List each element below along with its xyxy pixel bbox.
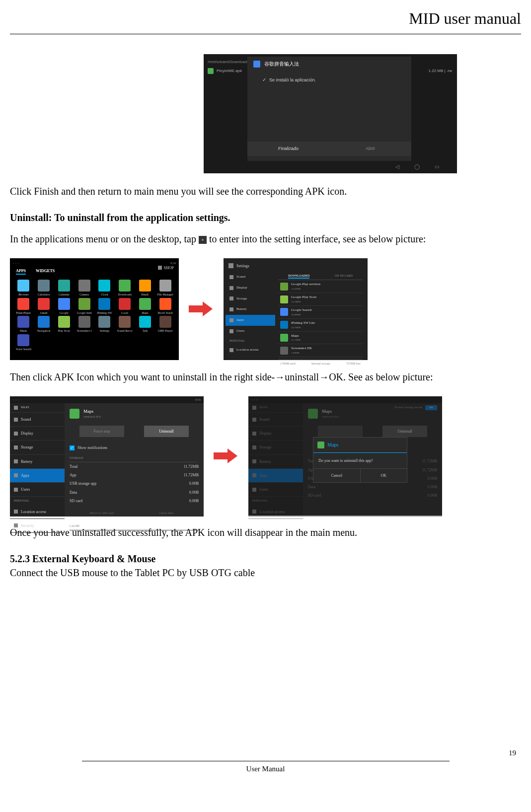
app-list-item[interactable]: Screenshot ER1.69MB	[278, 344, 363, 357]
app-item[interactable]: Flash Player	[14, 298, 33, 315]
paragraph-3: Then click APK Icon which you want to un…	[10, 370, 521, 384]
app-list-item[interactable]: iFishing SW Lite24.79MB	[278, 319, 363, 332]
app-item[interactable]: Google	[55, 298, 74, 315]
sidebar-item-users[interactable]: Users	[226, 326, 275, 337]
app-label: Play Store	[58, 329, 70, 333]
sidebar-item-sound[interactable]: Sound	[10, 413, 65, 427]
app-list-item[interactable]: Maps11.72MB	[278, 332, 363, 345]
tab-downloaded[interactable]: DOWNLOADED	[288, 274, 309, 279]
location-icon	[14, 510, 18, 514]
clear-data-button[interactable]: Clear data	[144, 509, 189, 518]
app-name: Maps	[83, 408, 100, 415]
app-icon	[17, 280, 29, 292]
app-label: Browser	[18, 293, 28, 296]
app-item[interactable]: Settings	[95, 316, 114, 333]
storage-row-value: 0.00B	[189, 498, 199, 504]
storage-icon	[14, 445, 18, 449]
sidebar-item-wifi[interactable]: Wi-Fi	[10, 403, 65, 413]
storage-row: App11.72MB	[70, 471, 199, 479]
sidebar-item-security[interactable]: Security	[10, 519, 65, 533]
app-item[interactable]: Browser	[14, 280, 33, 296]
sidebar-item-battery[interactable]: Battery	[10, 455, 65, 469]
storage-used: 170MB used	[280, 362, 296, 366]
finalizado-button[interactable]: Finalizado	[247, 142, 329, 156]
sidebar-item-sound: Sound	[248, 413, 303, 427]
app-item[interactable]: Google Setti	[75, 298, 94, 315]
storage-bar: 170MB used Internal storage 727MB free	[278, 359, 363, 368]
app-item[interactable]: Sound Recor	[115, 316, 135, 333]
app-item[interactable]: Maps	[136, 298, 155, 315]
notifications-row[interactable]: ✓ Show notifications	[70, 442, 199, 453]
sidebar-item-location[interactable]: Location access	[10, 505, 65, 519]
storage-row-label: Data	[70, 490, 77, 495]
app-item[interactable]: Local	[115, 298, 135, 315]
shop-link[interactable]: SHOP	[158, 265, 174, 271]
sidebar-item-apps[interactable]: Apps	[10, 469, 65, 483]
sidebar-item-battery: Battery	[248, 455, 303, 469]
app-icon	[139, 316, 151, 328]
recent-icon[interactable]: ▭	[435, 163, 439, 170]
app-name: Maps	[322, 408, 339, 415]
app-list-icon	[280, 283, 288, 291]
app-item[interactable]: Talk	[136, 316, 155, 333]
app-list-item[interactable]: Google Play Store13.24MB	[278, 293, 363, 306]
apk-icon	[208, 68, 214, 74]
app-item[interactable]: Calculator	[34, 280, 54, 296]
app-list-size: 11.72MB	[291, 338, 301, 342]
nav-bar: ◁ ◯ ▭	[392, 160, 442, 173]
app-item[interactable]: Movil Teach	[155, 298, 175, 315]
storage-row-label: SD card	[308, 493, 321, 498]
force-stop-button[interactable]: Force stop	[79, 426, 124, 437]
app-item[interactable]: File Manager	[155, 280, 175, 296]
wifi-icon	[252, 406, 256, 410]
back-icon[interactable]: ◁	[395, 163, 399, 170]
app-list-item[interactable]: Google Search18.46MB	[278, 306, 363, 319]
sidebar-item-display[interactable]: Display	[10, 427, 65, 441]
battery-icon	[229, 307, 233, 311]
uninstall-button[interactable]: Uninstall	[144, 426, 189, 437]
storage-row-value: 11.72MB	[422, 458, 437, 464]
sidebar-item-location[interactable]: Location access	[226, 345, 275, 356]
sidebar-item-display[interactable]: Display	[226, 283, 275, 294]
app-item[interactable]: Navigation	[34, 316, 54, 333]
app-list-size: 24.79MB	[291, 326, 315, 329]
home-icon[interactable]: ◯	[414, 163, 420, 170]
app-item[interactable]: Clock	[95, 280, 114, 296]
storage-row-label: Data	[308, 484, 315, 490]
app-item[interactable]: Downloads	[115, 280, 135, 296]
app-item[interactable]: Play Store	[55, 316, 74, 333]
app-item[interactable]: iFishing SW	[95, 298, 114, 315]
footer-rule	[82, 761, 450, 761]
sidebar-item-storage[interactable]: Storage	[226, 294, 275, 304]
shop-icon	[158, 266, 162, 270]
app-item[interactable]: Music	[14, 316, 33, 333]
sidebar-item-users[interactable]: Users	[10, 483, 65, 497]
app-list-item[interactable]: Google Play services12.45MB	[278, 280, 363, 293]
app-item[interactable]: Screenshot I	[75, 316, 94, 333]
app-icon	[139, 298, 151, 310]
sidebar-item-location: Location access	[248, 505, 303, 519]
app-item[interactable]: Email	[136, 280, 155, 296]
tab-sdcard[interactable]: ON SD CARD	[335, 274, 353, 279]
app-item[interactable]: Calendar	[55, 280, 74, 296]
app-item[interactable]: Camera	[75, 280, 94, 296]
tab-widgets[interactable]: WIDGETS	[36, 268, 55, 275]
app-list-size: 1.69MB	[291, 351, 311, 355]
abrir-button[interactable]: Abrir	[329, 142, 411, 156]
app-item[interactable]: Voice Search	[14, 334, 33, 351]
sidebar-item-sound[interactable]: Sound	[226, 272, 275, 283]
app-item[interactable]: UHD Player	[155, 316, 175, 333]
sidebar-item-battery[interactable]: Battery	[226, 304, 275, 315]
app-label: Screenshot I	[77, 329, 92, 333]
move-sd-button[interactable]: Move to SD card	[79, 509, 124, 518]
app-item[interactable]: Gmail	[34, 298, 54, 315]
cancel-button[interactable]: Cancel	[313, 469, 361, 482]
ok-button[interactable]: OK	[361, 469, 407, 482]
sidebar-item-apps[interactable]: Apps	[226, 315, 275, 326]
apps-icon	[14, 473, 18, 477]
app-info: Maps version 6.14.4	[83, 408, 100, 419]
sidebar-item-storage[interactable]: Storage	[10, 441, 65, 454]
ime-icon	[253, 61, 260, 68]
uninstall-button: Uninstall	[382, 426, 427, 437]
tab-apps[interactable]: APPS	[16, 268, 26, 275]
